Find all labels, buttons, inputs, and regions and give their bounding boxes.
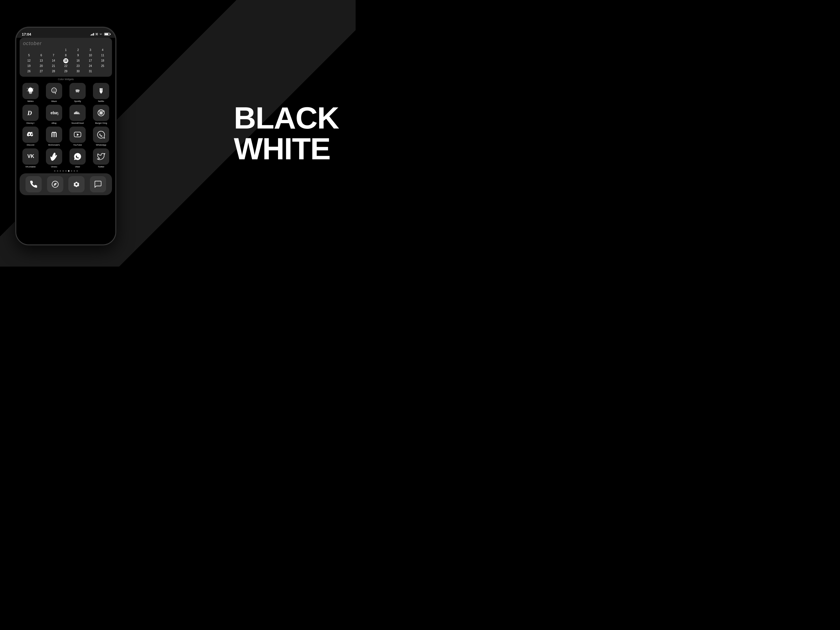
svg-point-3 [55, 93, 56, 94]
app-grid-row3: Discord McDonald's YouTube [20, 126, 112, 146]
dot-5[interactable] [65, 170, 66, 172]
phone-notch [49, 28, 83, 35]
svg-rect-9 [76, 112, 76, 115]
dock-flower-icon[interactable] [68, 176, 85, 193]
app-icon-discord[interactable] [22, 126, 39, 143]
app-label-discord: Discord [27, 144, 34, 146]
svg-rect-12 [78, 113, 79, 114]
phone-screen: october 1 2 3 4 5 6 7 8 9 10 [16, 38, 115, 245]
app-label-vimeo: Vimeo [51, 166, 57, 168]
calendar-grid: 1 2 3 4 5 6 7 8 9 10 11 12 13 14 15 [23, 47, 109, 74]
app-item-mcdonalds[interactable]: McDonald's [43, 126, 65, 146]
cal-cell: 29 [60, 69, 72, 74]
app-icon-whatsapp[interactable] [93, 126, 109, 143]
cal-cell: 14 [47, 58, 60, 63]
cal-cell [96, 69, 109, 74]
dot-7[interactable] [71, 170, 72, 172]
svg-text:KING: KING [99, 114, 103, 115]
status-time: 17:04 [22, 32, 31, 36]
svg-rect-11 [77, 113, 78, 114]
app-icon-disney[interactable]: D [22, 105, 39, 121]
cal-cell: 12 [23, 58, 35, 63]
dot-6-active[interactable] [68, 170, 69, 172]
app-icon-spotify[interactable] [69, 83, 86, 99]
svg-point-27 [76, 183, 78, 185]
svg-point-1 [53, 90, 54, 90]
app-item-netflix[interactable]: Netflix [90, 83, 112, 103]
cal-cell: 31 [84, 69, 96, 74]
app-item-whatsapp[interactable]: WhatsApp [90, 126, 112, 146]
cal-cell: 22 [60, 63, 72, 69]
cal-cell: 1 [60, 47, 72, 53]
app-icon-vk[interactable]: VK [22, 148, 39, 165]
dot-2[interactable] [57, 170, 58, 172]
wifi-icon: ⌘ [95, 33, 103, 36]
app-item-discord[interactable]: Discord [20, 126, 41, 146]
app-icon-meteo[interactable] [22, 83, 39, 99]
app-icon-waze[interactable] [46, 83, 62, 99]
widget-label: Color Widgets [20, 78, 112, 81]
app-item-ebay[interactable]: ebay eBay [43, 105, 65, 124]
app-item-soundcloud[interactable]: SoundCloud [66, 105, 88, 124]
app-item-twitter[interactable]: Twitter [90, 148, 112, 168]
app-icon-viber[interactable] [69, 148, 86, 165]
cal-cell-today: 15 [63, 58, 68, 63]
cal-cell: 19 [23, 63, 35, 69]
cal-cell: 23 [72, 63, 84, 69]
app-label-burgerking: Burger King [95, 122, 107, 124]
dot-4[interactable] [62, 170, 64, 172]
dock [20, 173, 112, 195]
app-icon-ebay[interactable]: ebay [46, 105, 62, 121]
app-icon-vimeo[interactable] [46, 148, 62, 165]
cal-cell [23, 47, 35, 53]
app-item-waze[interactable]: Waze [43, 83, 65, 103]
dot-1[interactable] [54, 170, 55, 172]
app-item-spotify[interactable]: Spotify [66, 83, 88, 103]
app-item-vk[interactable]: VK VKontakte [20, 148, 41, 168]
app-item-viber[interactable]: Viber [66, 148, 88, 168]
svg-rect-7 [74, 113, 75, 114]
cal-cell: 25 [96, 63, 109, 69]
signal-icon [90, 33, 94, 36]
app-icon-burgerking[interactable]: BURGERKING [93, 105, 109, 121]
title-line1: BLACK [234, 103, 339, 133]
cal-cell: 13 [35, 58, 47, 63]
cal-cell: 2 [72, 47, 84, 53]
cal-cell: 20 [35, 63, 47, 69]
cal-cell: 16 [72, 58, 84, 63]
title-section: BLACK WHITE [234, 103, 339, 164]
cal-cell: 6 [35, 53, 47, 58]
cal-cell: 5 [23, 53, 35, 58]
app-label-waze: Waze [51, 100, 57, 103]
cal-cell: 24 [84, 63, 96, 69]
app-item-burgerking[interactable]: BURGERKING Burger King [90, 105, 112, 124]
app-item-disney[interactable]: D Disney+ [20, 105, 41, 124]
cal-cell: 27 [35, 69, 47, 74]
svg-text:D: D [27, 109, 32, 117]
cal-cell: 17 [84, 58, 96, 63]
app-item-meteo[interactable]: Météo [20, 83, 41, 103]
app-icon-youtube[interactable] [69, 126, 86, 143]
cal-cell: 30 [72, 69, 84, 74]
calendar-widget[interactable]: october 1 2 3 4 5 6 7 8 9 10 [20, 38, 112, 77]
dot-3[interactable] [60, 170, 61, 172]
app-item-vimeo[interactable]: Vimeo [43, 148, 65, 168]
dock-messages-icon[interactable] [90, 176, 106, 193]
phone-wrapper: 17:04 ⌘ [16, 27, 116, 245]
app-item-youtube[interactable]: YouTube [66, 126, 88, 146]
dock-safari-icon[interactable] [47, 176, 63, 193]
cal-cell [47, 47, 60, 53]
dot-9[interactable] [76, 170, 78, 172]
app-label-twitter: Twitter [98, 166, 104, 168]
svg-text:BURGER: BURGER [99, 111, 105, 112]
app-icon-soundcloud[interactable] [69, 105, 86, 121]
app-label-meteo: Météo [27, 100, 33, 103]
cal-cell: 18 [96, 58, 109, 63]
dock-phone-icon[interactable] [25, 176, 42, 193]
app-icon-netflix[interactable] [93, 83, 109, 99]
app-label-mcdonalds: McDonald's [48, 144, 60, 146]
calendar-month: october [23, 41, 109, 46]
dot-8[interactable] [74, 170, 75, 172]
app-icon-twitter[interactable] [93, 148, 109, 165]
app-icon-mcdonalds[interactable] [46, 126, 62, 143]
